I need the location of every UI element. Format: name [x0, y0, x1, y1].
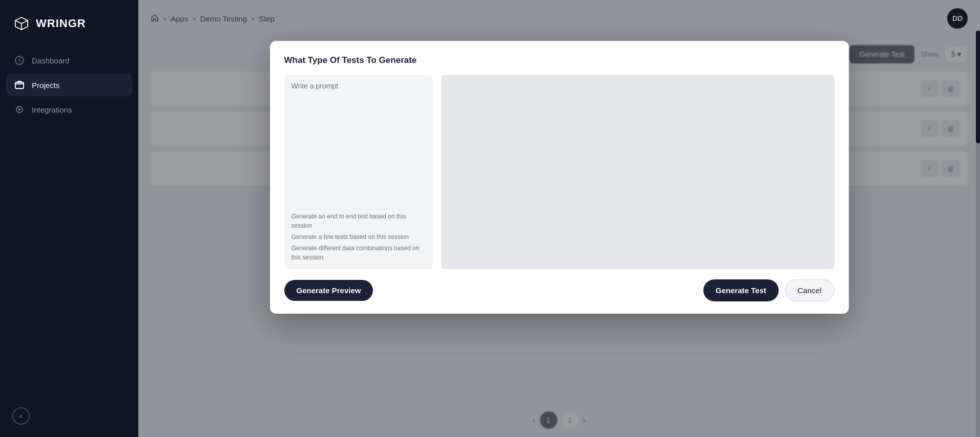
collapse-button[interactable]: ‹	[12, 407, 30, 425]
sidebar-navigation: Dashboard Projects Integrations	[0, 49, 138, 121]
modal-title: What Type Of Tests To Generate	[284, 55, 835, 65]
sidebar-item-projects[interactable]: Projects	[6, 74, 132, 96]
dashboard-label: Dashboard	[32, 56, 69, 65]
generate-test-button[interactable]: Generate Test	[703, 279, 779, 301]
sidebar-item-dashboard[interactable]: Dashboard	[6, 49, 132, 72]
integrations-icon	[14, 104, 25, 115]
logo-icon	[12, 14, 31, 33]
main-content: » Apps » Demo Testing » Step DD Generate…	[138, 0, 980, 437]
modal-body: Generate an end to end test based on thi…	[284, 75, 835, 269]
sidebar-item-integrations[interactable]: Integrations	[6, 98, 132, 121]
suggestion-3[interactable]: Generate different data combinations bas…	[291, 244, 426, 262]
projects-label: Projects	[32, 81, 59, 90]
suggestion-1[interactable]: Generate an end to end test based on thi…	[291, 212, 426, 230]
generate-tests-modal: What Type Of Tests To Generate Generate …	[270, 41, 849, 314]
logo: WRINGR	[0, 0, 138, 49]
suggestion-2[interactable]: Generate a few tests based on this sessi…	[291, 232, 426, 242]
svg-point-2	[19, 109, 20, 111]
prompt-textarea[interactable]	[291, 82, 426, 206]
generate-preview-button[interactable]: Generate Preview	[284, 280, 373, 301]
integrations-label: Integrations	[32, 105, 72, 114]
prompt-panel: Generate an end to end test based on thi…	[284, 75, 433, 269]
modal-overlay: What Type Of Tests To Generate Generate …	[138, 0, 980, 437]
logo-text: WRINGR	[36, 17, 86, 30]
preview-panel	[441, 75, 835, 269]
prompt-suggestions: Generate an end to end test based on thi…	[291, 212, 426, 262]
dashboard-icon	[14, 55, 25, 65]
modal-action-buttons: Generate Test Cancel	[703, 279, 835, 301]
sidebar: WRINGR Dashboard Projects Integrations	[0, 0, 138, 437]
modal-footer: Generate Preview Generate Test Cancel	[284, 279, 835, 301]
collapse-icon: ‹	[19, 411, 22, 421]
sidebar-collapse-section: ‹	[0, 395, 138, 437]
projects-icon	[14, 80, 25, 90]
cancel-button[interactable]: Cancel	[785, 279, 835, 301]
svg-rect-1	[15, 82, 24, 89]
